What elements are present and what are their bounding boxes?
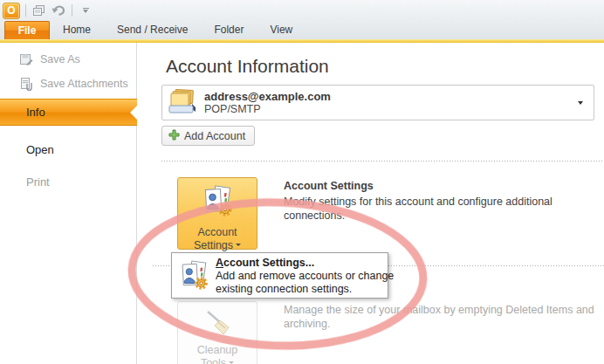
cleanup-tools-label: Tools [201, 357, 226, 364]
account-settings-icon [178, 260, 209, 295]
account-settings-button-label: Account [197, 226, 237, 239]
outlook-backstage-window: O File [0, 0, 604, 364]
account-settings-icon [201, 185, 234, 222]
send-receive-icon[interactable] [31, 3, 47, 18]
account-texts: address@example.com POP/SMTP [204, 90, 331, 115]
sidebar-item-save-as[interactable]: Save As [0, 51, 137, 68]
page-title: Account Information [166, 56, 329, 77]
sidebar-item-label: Info [0, 106, 45, 119]
tab-file[interactable]: File [4, 21, 50, 39]
cleanup-tools-label: Cleanup [197, 344, 238, 357]
title-bar: O [0, 0, 604, 21]
account-settings-heading: Account Settings [284, 180, 374, 192]
chevron-down-icon[interactable] [578, 101, 583, 105]
sidebar-item-info[interactable]: Info [0, 99, 137, 126]
menu-item-description: Add and remove accounts or change existi… [216, 270, 394, 296]
tab-folder[interactable]: Folder [201, 21, 257, 39]
sidebar-item-label: Save As [0, 53, 80, 65]
selected-item-notch [130, 105, 138, 120]
backstage-sidebar: Save As Save Attachments Info Open Print [0, 43, 137, 364]
sidebar-item-label: Open [0, 143, 54, 156]
toolbar-separator [25, 4, 26, 17]
account-selector-dropdown[interactable]: address@example.com POP/SMTP [161, 85, 594, 120]
account-settings-description: Modify settings for this account and con… [284, 196, 553, 223]
cleanup-tools-button[interactable]: Cleanup Tools [177, 301, 257, 364]
tab-home[interactable]: Home [50, 21, 104, 39]
tab-view[interactable]: View [257, 21, 305, 39]
undo-icon[interactable] [51, 3, 66, 18]
cleanup-broom-icon [202, 307, 232, 340]
mailbox-cleanup-description: Manage the size of your mailbox by empty… [284, 303, 594, 331]
section-divider [161, 161, 604, 161]
account-settings-menu: Account Settings... Add and remove accou… [171, 252, 388, 299]
sidebar-item-label: Print [0, 175, 50, 189]
save-as-icon [19, 52, 33, 66]
add-account-label: Add Account [184, 130, 245, 142]
add-account-button[interactable]: Add Account [161, 126, 255, 146]
sidebar-item-open[interactable]: Open [0, 140, 137, 159]
sidebar-item-print[interactable]: Print [0, 172, 137, 191]
customize-toolbar-icon[interactable] [78, 3, 93, 18]
ribbon-tab-row: File Home Send / Receive Folder View [0, 21, 604, 40]
account-settings-button[interactable]: Account Settings [177, 177, 257, 250]
outlook-logo-icon[interactable]: O [3, 3, 20, 19]
tab-send-receive[interactable]: Send / Receive [104, 21, 201, 39]
chevron-down-icon [236, 244, 241, 246]
toolbar-separator [72, 4, 72, 17]
sidebar-item-save-attachments[interactable]: Save Attachments [0, 75, 137, 93]
account-card-file-icon [168, 88, 197, 118]
add-plus-icon [168, 129, 180, 143]
account-settings-button-label: Settings [194, 239, 233, 252]
save-attachments-icon [19, 77, 33, 91]
account-protocol: POP/SMTP [204, 103, 331, 115]
quick-access-toolbar: O [0, 3, 93, 19]
menu-item-account-settings[interactable]: Account Settings... [216, 257, 314, 269]
account-email: address@example.com [204, 90, 331, 103]
